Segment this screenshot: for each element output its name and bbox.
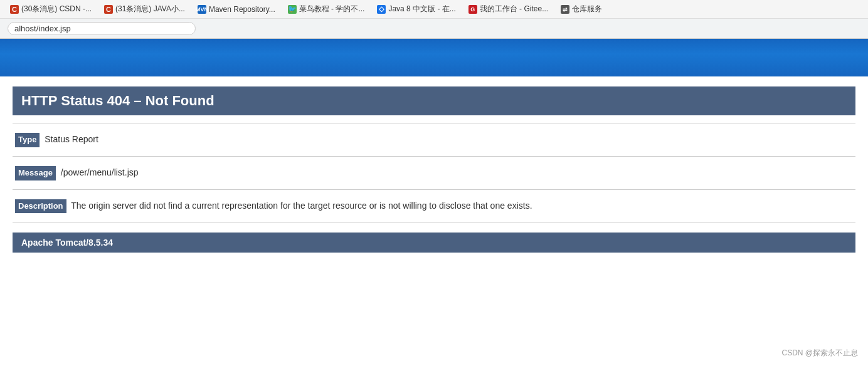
bookmark-label-csdn1: (30条消息) CSDN -... <box>21 4 92 14</box>
bookmark-csdn1[interactable]: C (30条消息) CSDN -... <box>5 3 97 16</box>
bookmark-label-maven: Maven Repository... <box>209 5 275 14</box>
divider-2 <box>13 156 855 157</box>
bookmark-label-warehouse: 仓库服务 <box>572 4 602 14</box>
bookmark-runoob[interactable]: 🐦 菜鸟教程 - 学的不... <box>283 3 370 16</box>
bookmark-icon-runoob: 🐦 <box>288 5 297 14</box>
page-banner <box>0 39 868 76</box>
description-value: The origin server did not find a current… <box>71 201 532 211</box>
divider-3 <box>13 189 855 190</box>
message-row: Message /power/menu/list.jsp <box>13 162 855 184</box>
description-label: Description <box>15 199 66 214</box>
bookmark-gitee[interactable]: G 我的工作台 - Gitee... <box>463 3 553 16</box>
server-footer: Apache Tomcat/8.5.34 <box>13 233 855 253</box>
bookmark-label-java8: Java 8 中文版 - 在... <box>388 4 455 14</box>
bookmark-icon-csdn1: C <box>10 5 19 14</box>
error-title-text: HTTP Status 404 – Not Found <box>21 93 214 108</box>
bookmark-icon-java8: ◇ <box>377 5 386 14</box>
bookmarks-bar: C (30条消息) CSDN -... C (31条消息) JAVA小... M… <box>0 0 868 19</box>
server-text: Apache Tomcat/8.5.34 <box>21 238 113 248</box>
type-label: Type <box>15 133 40 147</box>
type-value: Status Report <box>45 134 98 144</box>
bookmark-label-runoob: 菜鸟教程 - 学的不... <box>299 4 365 14</box>
bookmark-icon-maven: MVN <box>198 5 206 14</box>
bookmark-label-csdn2: (31条消息) JAVA小... <box>115 4 185 14</box>
bookmark-java8[interactable]: ◇ Java 8 中文版 - 在... <box>372 3 460 16</box>
address-input[interactable]: alhost/index.jsp <box>8 22 196 35</box>
type-row: Type Status Report <box>13 128 855 151</box>
divider-1 <box>13 123 855 123</box>
bookmark-maven[interactable]: MVN Maven Repository... <box>193 4 280 15</box>
csdn-watermark: CSDN @探索永不止息 <box>781 348 858 358</box>
bookmark-csdn2[interactable]: C (31条消息) JAVA小... <box>99 3 190 16</box>
message-value: /power/menu/list.jsp <box>61 167 139 177</box>
bookmark-icon-warehouse: ⇌ <box>561 5 569 14</box>
description-row: Description The origin server did not fi… <box>13 195 855 217</box>
content-area: HTTP Status 404 – Not Found Type Status … <box>0 76 868 263</box>
divider-4 <box>13 222 855 222</box>
bookmark-icon-gitee: G <box>468 5 477 14</box>
address-bar: alhost/index.jsp <box>0 19 868 39</box>
error-title-header: HTTP Status 404 – Not Found <box>13 86 855 115</box>
bookmark-icon-csdn2: C <box>104 5 113 14</box>
bookmark-label-gitee: 我的工作台 - Gitee... <box>480 4 548 14</box>
message-label: Message <box>15 166 56 180</box>
bookmark-warehouse[interactable]: ⇌ 仓库服务 <box>556 3 607 16</box>
